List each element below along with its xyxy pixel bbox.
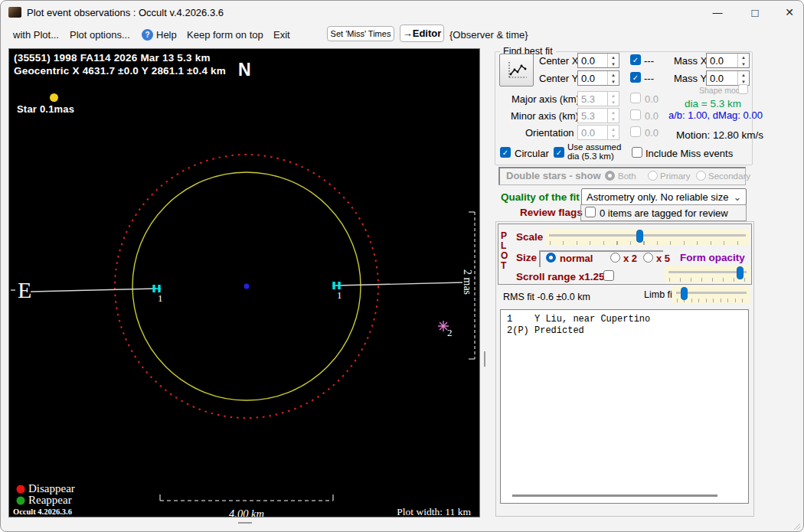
include-miss-checkbox[interactable]	[632, 147, 642, 158]
observation-row[interactable]: 2(P) Predicted	[501, 325, 748, 337]
maximize-icon: □	[751, 6, 758, 19]
major-axis-checkbox[interactable]	[630, 93, 641, 103]
mass-y-spinner[interactable]: 0.0 ▲▼	[706, 70, 750, 86]
center-x-label: Center X	[539, 55, 578, 67]
plot-letter-l: L	[501, 240, 506, 251]
use-assumed-label-2: dia (5.3 km)	[567, 152, 614, 161]
size-x5-radio[interactable]	[643, 253, 653, 263]
center-x-checkbox[interactable]: ✓	[630, 54, 641, 65]
spin-down-icon[interactable]: ▼	[608, 60, 619, 67]
menu-plot-options[interactable]: Plot options...	[70, 29, 130, 41]
predicted-station-label: 2	[447, 327, 453, 338]
km-scale-label: 4.00 km	[229, 508, 264, 517]
scroll-range-checkbox[interactable]	[603, 270, 614, 281]
spin-down-icon: ▼	[608, 132, 619, 139]
observation-row[interactable]: 1 Y Liu, near Cupertino	[501, 310, 748, 325]
center-y-label: Center Y	[539, 73, 578, 84]
editor-button[interactable]: →Editor	[400, 24, 444, 42]
circular-label: Circular	[515, 148, 549, 159]
event-marker-reappear[interactable]	[332, 282, 341, 289]
menu-with-plot[interactable]: with Plot...	[13, 29, 59, 41]
shape-model-checkbox[interactable]	[738, 84, 748, 94]
orientation-label: Orientation	[525, 127, 574, 139]
help-icon[interactable]: ?	[142, 29, 153, 41]
spin-down-icon: ▼	[608, 99, 619, 106]
double-both-radio[interactable]	[605, 171, 615, 181]
form-opacity-slider-thumb[interactable]	[737, 266, 744, 279]
event-marker-disappear[interactable]	[152, 285, 161, 292]
listbox-hscrollbar-thumb[interactable]	[512, 494, 717, 497]
circular-checkbox[interactable]: ✓	[500, 147, 511, 158]
include-miss-label: Include Miss events	[645, 148, 733, 159]
plot-graphics: 1 1 2 E 2 mas 4.00 km	[9, 49, 479, 517]
scale-slider-track[interactable]	[549, 234, 746, 237]
orientation-value: 0.0	[578, 126, 607, 139]
menu-help[interactable]: Help	[156, 29, 177, 41]
spin-down-icon[interactable]: ▼	[608, 78, 619, 85]
limb-fit-label: Limb fit	[644, 289, 675, 300]
form-opacity-label: Form opacity	[680, 252, 745, 263]
center-y-checkbox[interactable]: ✓	[630, 72, 641, 83]
disappear-legend-dot	[17, 485, 25, 494]
minimize-button[interactable]: —	[700, 1, 735, 24]
fit-chart-icon	[505, 60, 529, 81]
menu-exit[interactable]: Exit	[273, 29, 290, 41]
rms-fit-readout: RMS fit -0.6 ±0.0 km	[503, 292, 590, 302]
double-stars-title: Double stars - show	[506, 170, 601, 181]
spin-up-icon[interactable]: ▲	[738, 54, 749, 60]
menu-keep-on-top[interactable]: Keep form on top	[187, 29, 263, 41]
limb-fit-slider-ticks	[677, 299, 747, 302]
spin-down-icon[interactable]: ▼	[738, 60, 749, 67]
mass-x-spinner[interactable]: 0.0 ▲▼	[706, 53, 750, 68]
diameter-readout: dia = 5.3 km	[685, 98, 741, 109]
use-assumed-dia-checkbox[interactable]: ✓	[554, 147, 564, 158]
limb-fit-slider[interactable]	[672, 286, 750, 303]
close-button[interactable]: ✕	[772, 1, 804, 24]
form-opacity-slider-track[interactable]	[668, 271, 747, 273]
major-axis-spinner[interactable]: 5.3 ▲▼	[577, 91, 619, 106]
center-y-spinner[interactable]: 0.0 ▲▼	[577, 70, 619, 86]
orientation-checkbox[interactable]	[630, 126, 641, 137]
plot-canvas[interactable]: (35551) 1998 FA114 2026 Mar 13 5.3 km Ge…	[8, 48, 480, 517]
plot-letter-p: P	[501, 230, 507, 241]
major-axis-extra: 0.0	[645, 93, 659, 105]
close-icon: ✕	[785, 6, 794, 18]
check-icon: ✓	[632, 56, 639, 64]
size-normal-radio[interactable]	[546, 253, 556, 263]
double-primary-radio[interactable]	[648, 171, 658, 181]
size-x2-radio[interactable]	[610, 253, 620, 263]
app-window: Plot event observations : Occult v.4.202…	[0, 0, 804, 532]
splitter-handle[interactable]	[484, 351, 485, 367]
scale-slider-thumb[interactable]	[636, 230, 643, 243]
spin-up-icon[interactable]: ▲	[608, 71, 619, 78]
form-opacity-slider[interactable]	[665, 266, 750, 282]
spin-up-icon[interactable]: ▲	[608, 54, 619, 60]
review-flags-checkbox[interactable]	[585, 207, 596, 217]
plot-hscrollbar-thumb[interactable]	[238, 522, 252, 524]
maximize-button[interactable]: □	[737, 1, 773, 24]
km-scale-bar	[160, 494, 333, 501]
chord-1-label: 1	[158, 292, 163, 304]
center-x-spinner[interactable]: 0.0 ▲▼	[577, 53, 619, 68]
scale-slider[interactable]	[545, 229, 750, 246]
double-secondary-radio[interactable]	[696, 171, 706, 181]
center-y-value: 0.0	[578, 71, 607, 85]
spin-up-icon[interactable]: ▲	[738, 71, 749, 78]
orientation-spinner[interactable]: 0.0 ▲▼	[577, 125, 619, 140]
plot-letter-o: O	[501, 250, 508, 261]
set-miss-times-button[interactable]: Set 'Miss' Times	[327, 26, 394, 41]
resize-grip[interactable]	[792, 521, 801, 530]
run-fit-button[interactable]	[499, 54, 534, 86]
orientation-extra: 0.0	[645, 127, 659, 139]
motion-readout: Motion: 12.80 km/s	[676, 129, 763, 141]
app-icon	[8, 7, 21, 18]
quality-value: Astrometry only. No reliable size	[582, 191, 729, 203]
minor-axis-checkbox[interactable]	[630, 109, 641, 120]
center-x-value: 0.0	[578, 54, 607, 67]
quality-dropdown[interactable]: Astrometry only. No reliable size ⌄	[581, 188, 747, 205]
minor-axis-spinner[interactable]: 5.3 ▲▼	[577, 108, 619, 123]
observations-listbox[interactable]: 1 Y Liu, near Cupertino 2(P) Predicted	[500, 309, 749, 504]
chevron-down-icon: ⌄	[729, 191, 746, 203]
chord-line-left	[31, 289, 156, 292]
limb-fit-slider-thumb[interactable]	[681, 287, 688, 300]
